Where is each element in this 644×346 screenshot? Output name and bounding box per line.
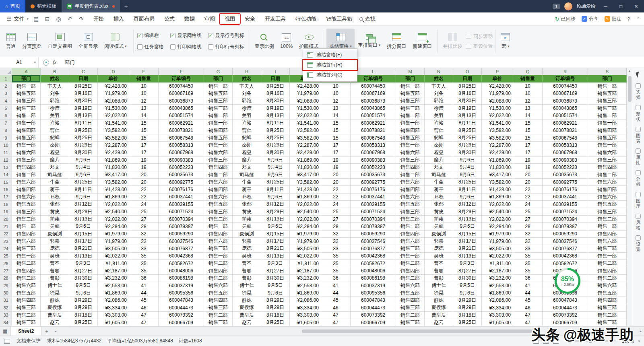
grid-cell[interactable]: 8月29日 [261,208,290,215]
grid-cell[interactable]: ¥1,869.00 [482,289,513,297]
grid-cell[interactable]: 46 [129,304,159,311]
ribbon-button-custom-view[interactable]: 自定义视图 [45,29,75,54]
grid-cell[interactable]: ¥2,553.00 [290,282,321,289]
grid-cell[interactable]: 17 [513,149,543,157]
grid-cell[interactable]: 9月5日 [69,282,98,289]
grid-cell[interactable]: 600037546 [351,238,396,245]
grid-cell[interactable]: 8月30日 [261,149,290,157]
grid-cell[interactable]: 部门 [204,75,233,82]
grid-cell[interactable]: ¥2,022.00 [98,216,129,223]
grid-cell[interactable]: 9月6日 [453,223,482,230]
row-number-1[interactable]: 1 [0,75,12,82]
grid-cell[interactable]: 600074450 [351,82,396,90]
grid-cell[interactable]: 销售一部 [588,142,627,149]
grid-cell[interactable]: 糜芳 [425,157,453,164]
menu-tab-开始[interactable]: 开始 [89,14,109,24]
grid-cell[interactable]: 赵云 [41,319,69,326]
maximize-button[interactable]: □ [615,4,626,9]
grid-cell[interactable]: 44 [321,289,351,297]
grid-cell[interactable]: 销售一部 [588,82,627,90]
grid-cell[interactable]: 35 [129,267,159,274]
checkbox-打印行号列标[interactable]: 打印行号列标 [208,43,244,51]
grid-cell[interactable]: ¥2,428.00 [98,82,129,90]
column-header-S[interactable]: S [588,68,627,75]
grid-cell[interactable]: 600076176 [159,186,204,193]
grid-cell[interactable]: 貂蝉 [41,134,69,142]
grid-cell[interactable]: 9月4日 [69,164,98,171]
grid-cell[interactable]: 600052233 [159,164,204,171]
grid-cell[interactable]: ¥3,582.00 [98,134,129,142]
grid-cell[interactable]: 600067968 [159,149,204,157]
grid-cell[interactable]: 32 [513,231,543,238]
grid-cell[interactable]: 600090383 [159,157,204,164]
grid-cell[interactable]: 销售五部 [396,90,425,97]
grid-cell[interactable]: 静姝 [425,297,453,304]
grid-cell[interactable]: 600073392 [543,312,588,319]
ribbon-button-macro[interactable]: 宏▾ [498,29,513,54]
grid-cell[interactable]: 35 [321,267,351,274]
grid-cell[interactable]: 销售三部 [588,105,627,112]
sidebar-item-选择[interactable]: 选择 [636,83,641,100]
template-tab[interactable]: 稻壳模板 [25,0,62,12]
grid-cell[interactable]: 销售三部 [12,157,41,164]
grid-cell[interactable]: 600048006 [159,267,204,274]
grid-cell[interactable]: 9月5日 [453,282,482,289]
comment-button[interactable]: ✎ 批注 [605,16,621,23]
grid-cell[interactable]: 600048006 [351,267,396,274]
grid-cell[interactable]: 13 [513,105,543,112]
grid-cell[interactable]: 15 [513,127,543,134]
grid-cell[interactable]: 程昱 [233,149,261,157]
grid-cell[interactable]: 销售二部 [204,260,233,267]
grid-cell[interactable]: 600076877 [351,245,396,252]
grid-cell[interactable]: 吴班 [425,253,453,260]
grid-cell[interactable]: 夏侯惇 [41,304,69,311]
column-header-H[interactable]: H [233,68,261,75]
grid-cell[interactable]: 销售四部 [12,267,41,274]
row-number-26[interactable]: 26 [0,260,12,267]
grid-cell[interactable]: 600067169 [159,90,204,97]
grid-cell[interactable]: 35 [513,267,543,274]
grid-cell[interactable]: ¥2,429.00 [482,149,513,157]
grid-cell[interactable]: 8月27日 [453,267,482,274]
grid-cell[interactable]: 600086198 [351,275,396,282]
grid-cell[interactable]: 600042368 [543,253,588,260]
grid-cell[interactable]: 19 [513,157,543,164]
grid-cell[interactable]: 9月6日 [453,171,482,179]
grid-cell[interactable]: 销售五部 [396,134,425,142]
grid-cell[interactable]: 600039155 [159,201,204,208]
grid-cell[interactable]: 15 [321,119,351,127]
grid-cell[interactable]: 9月4日 [261,164,290,171]
grid-cell[interactable]: 35 [513,253,543,260]
grid-cell[interactable]: 徐晃 [41,289,69,297]
grid-cell[interactable]: 8月25日 [453,134,482,142]
grid-cell[interactable]: 夏侯渊 [41,231,69,238]
grid-cell[interactable]: ¥3,303.00 [482,312,513,319]
grid-cell[interactable]: ¥2,287.00 [98,142,129,149]
grid-cell[interactable]: 8月27日 [261,267,290,274]
grid-cell[interactable]: 20 [129,179,159,186]
grid-cell[interactable]: 黄忠 [41,208,69,215]
grid-cell[interactable]: 日期 [453,75,482,82]
grid-cell[interactable]: 8月11日 [261,119,290,127]
grid-cell[interactable]: 33 [513,245,543,252]
row-number-25[interactable]: 25 [0,253,12,260]
grid-cell[interactable]: 600076877 [543,245,588,252]
grid-cell[interactable]: 33 [129,245,159,252]
grid-cell[interactable]: 关羽 [41,112,69,119]
grid-cell[interactable]: 14 [129,112,159,119]
grid-cell[interactable]: ¥2,428.00 [290,82,321,90]
grid-cell[interactable]: 销售二部 [204,312,233,319]
column-header-B[interactable]: B [41,68,69,75]
grid-cell[interactable]: ¥2,088.00 [98,97,129,105]
grid-cell[interactable]: 8月11日 [261,186,290,193]
grid-cell[interactable]: 郑文 [41,164,69,171]
grid-cell[interactable]: 蒋干 [41,186,69,193]
grid-cell[interactable]: ¥2,540.00 [98,208,129,215]
grid-cell[interactable]: ¥2,022.00 [98,253,129,260]
grid-cell[interactable]: 销售一部 [204,253,233,260]
grid-cell[interactable]: 日期 [261,75,290,82]
row-number-22[interactable]: 22 [0,231,12,238]
grid-cell[interactable]: 销售五部 [396,201,425,208]
ribbon-button-fullscreen[interactable]: 全屏显示 [76,29,101,54]
grid-cell[interactable]: 20 [513,179,543,186]
